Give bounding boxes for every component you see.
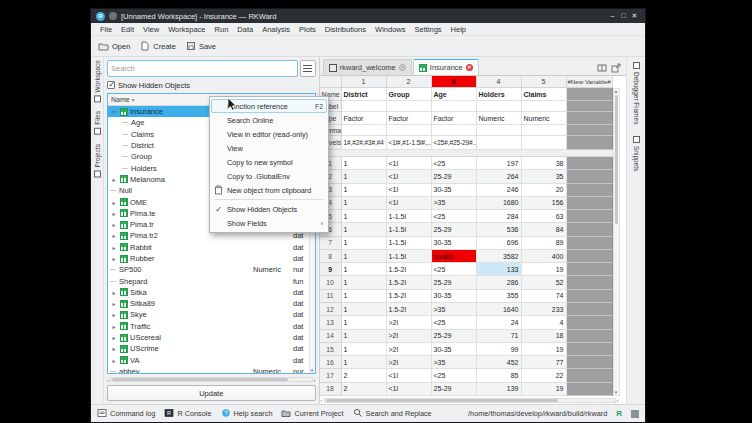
- tab-rkward_welcome[interactable]: rkward_welcome✕: [323, 59, 412, 75]
- data-cell-r7-c3[interactable]: 30-35: [432, 237, 477, 250]
- new-variable-cell[interactable]: [567, 210, 613, 223]
- data-cell-r16-c2[interactable]: >2l: [387, 356, 432, 369]
- data-cell-r12-c1[interactable]: 1: [342, 303, 387, 316]
- data-cell-r14-c3[interactable]: 25-29: [432, 330, 477, 343]
- data-cell-r3-c1[interactable]: 1: [342, 184, 387, 197]
- new-variable-cell[interactable]: [567, 343, 613, 356]
- row-header-10[interactable]: 10: [320, 276, 342, 289]
- data-cell-r12-c4[interactable]: 1640: [477, 303, 522, 316]
- data-cell-r2-c2[interactable]: <1l: [387, 170, 432, 183]
- data-cell-r1-c5[interactable]: 38: [522, 157, 567, 170]
- menu-item-show-hidden-objects[interactable]: ✓Show Hidden Objects: [210, 202, 328, 216]
- data-cell-r13-c4[interactable]: 24: [477, 316, 522, 329]
- menu-plots[interactable]: Plots: [295, 24, 320, 35]
- menu-help[interactable]: Help: [447, 24, 470, 35]
- menu-analysis[interactable]: Analysis: [258, 24, 294, 35]
- toolbar-open-button[interactable]: Open: [98, 41, 130, 51]
- meta-type-cell[interactable]: Numeric: [477, 112, 522, 125]
- column-header-2[interactable]: 2: [387, 76, 432, 88]
- data-cell-r5-c5[interactable]: 63: [522, 210, 567, 223]
- meta-format-cell[interactable]: [477, 125, 522, 136]
- meta-label-cell[interactable]: [522, 101, 567, 112]
- data-cell-r2-c4[interactable]: 264: [477, 170, 522, 183]
- expander-collapsed-icon[interactable]: ▸: [110, 244, 118, 251]
- scroll-right-icon[interactable]: ›: [314, 377, 316, 383]
- expander-expanded-icon[interactable]: ▾: [110, 108, 118, 115]
- split-view-icon[interactable]: [597, 63, 607, 73]
- data-cell-r1-c1[interactable]: 1: [342, 157, 387, 170]
- data-cell-r13-c2[interactable]: >2l: [387, 316, 432, 329]
- statusbar-search-and-replace-button[interactable]: Search and Replace: [353, 408, 432, 420]
- row-header-12[interactable]: 12: [320, 303, 342, 316]
- dock-tab-debugger-frames[interactable]: Debugger Frames: [633, 62, 640, 124]
- table-horizontal-scrollbar[interactable]: ‹ ›: [320, 396, 620, 404]
- menu-workspace[interactable]: Workspace: [164, 24, 209, 35]
- minimize-button[interactable]: –: [607, 12, 618, 20]
- scroll-left-icon[interactable]: ‹: [321, 397, 323, 403]
- new-variable-cell[interactable]: [567, 263, 613, 276]
- new-variable-cell[interactable]: [567, 157, 613, 170]
- expander-collapsed-icon[interactable]: ▸: [110, 221, 118, 228]
- data-cell-r9-c1[interactable]: 1: [342, 263, 387, 276]
- tree-item-skye[interactable]: ▸Skyedat: [108, 309, 315, 320]
- new-variable-cell[interactable]: [567, 88, 613, 101]
- data-cell-r6-c1[interactable]: 1: [342, 223, 387, 236]
- meta-data-splitter[interactable]: ···: [320, 150, 620, 157]
- data-cell-r17-c3[interactable]: <25: [432, 369, 477, 382]
- data-cell-r5-c1[interactable]: 1: [342, 210, 387, 223]
- data-cell-r11-c4[interactable]: 355: [477, 290, 522, 303]
- data-cell-r17-c5[interactable]: 22: [522, 369, 567, 382]
- data-cell-r6-c4[interactable]: 536: [477, 223, 522, 236]
- data-cell-r3-c5[interactable]: 20: [522, 184, 567, 197]
- data-cell-r13-c1[interactable]: 1: [342, 316, 387, 329]
- data-cell-r15-c3[interactable]: 30-35: [432, 343, 477, 356]
- data-cell-r5-c3[interactable]: <25: [432, 210, 477, 223]
- row-header-8[interactable]: 8: [320, 250, 342, 263]
- meta-label-cell[interactable]: [477, 101, 522, 112]
- scroll-down-icon[interactable]: ▼: [310, 368, 315, 373]
- data-cell-r18-c2[interactable]: <1l: [387, 383, 432, 396]
- toolbar-save-button[interactable]: Save: [186, 41, 216, 51]
- data-cell-r13-c3[interactable]: <25: [432, 316, 477, 329]
- search-input[interactable]: [107, 60, 298, 77]
- dock-tab-files[interactable]: Files: [94, 111, 101, 135]
- tree-column-name[interactable]: Name▾: [108, 96, 212, 103]
- menu-item-copy-to-new-symbol[interactable]: Copy to new symbol: [210, 155, 328, 169]
- data-cell-r8-c1[interactable]: 1: [342, 250, 387, 263]
- menu-data[interactable]: Data: [233, 24, 257, 35]
- expander-collapsed-icon[interactable]: ▸: [110, 345, 118, 352]
- data-cell-r5-c4[interactable]: 284: [477, 210, 522, 223]
- tree-item-abbey[interactable]: abbeyNumericnur: [108, 366, 315, 373]
- row-header-7[interactable]: 7: [320, 237, 342, 250]
- data-cell-r16-c5[interactable]: 77: [522, 356, 567, 369]
- meta-name-cell[interactable]: District: [342, 88, 387, 101]
- expander-collapsed-icon[interactable]: ▸: [110, 300, 118, 307]
- data-cell-r15-c2[interactable]: >2l: [387, 343, 432, 356]
- data-cell-r3-c4[interactable]: 246: [477, 184, 522, 197]
- data-cell-r4-c3[interactable]: >35: [432, 197, 477, 210]
- new-variable-cell[interactable]: [567, 303, 613, 316]
- meta-name-cell[interactable]: Holders: [477, 88, 522, 101]
- data-cell-r12-c3[interactable]: >35: [432, 303, 477, 316]
- meta-type-cell[interactable]: Factor: [342, 112, 387, 125]
- data-cell-r9-c5[interactable]: 19: [522, 263, 567, 276]
- tree-item-uscereal[interactable]: ▸UScerealdat: [108, 332, 315, 343]
- meta-format-cell[interactable]: [522, 125, 567, 136]
- meta-format-cell[interactable]: [432, 125, 477, 136]
- data-cell-r17-c2[interactable]: <1l: [387, 369, 432, 382]
- table-vertical-scrollbar[interactable]: ▲ ▼: [613, 88, 620, 396]
- data-cell-r11-c1[interactable]: 1: [342, 290, 387, 303]
- expander-collapsed-icon[interactable]: ▸: [110, 323, 118, 330]
- row-header-9[interactable]: 9: [320, 263, 342, 276]
- tree-item-va[interactable]: ▸VAdat: [108, 355, 315, 366]
- data-cell-r9-c4[interactable]: 133: [477, 263, 522, 276]
- statusbar-r-console-button[interactable]: RR Console: [164, 408, 211, 420]
- meta-type-cell[interactable]: Factor: [387, 112, 432, 125]
- meta-type-cell[interactable]: Numeric: [522, 112, 567, 125]
- tree-item-rubber[interactable]: ▸Rubberdat: [108, 253, 315, 264]
- expander-collapsed-icon[interactable]: ▸: [110, 334, 118, 341]
- new-variable-cell[interactable]: [567, 197, 613, 210]
- data-cell-r10-c3[interactable]: 25-29: [432, 276, 477, 289]
- table-hscroll-thumb[interactable]: [326, 399, 558, 402]
- toolbar-create-button[interactable]: Create: [140, 41, 176, 51]
